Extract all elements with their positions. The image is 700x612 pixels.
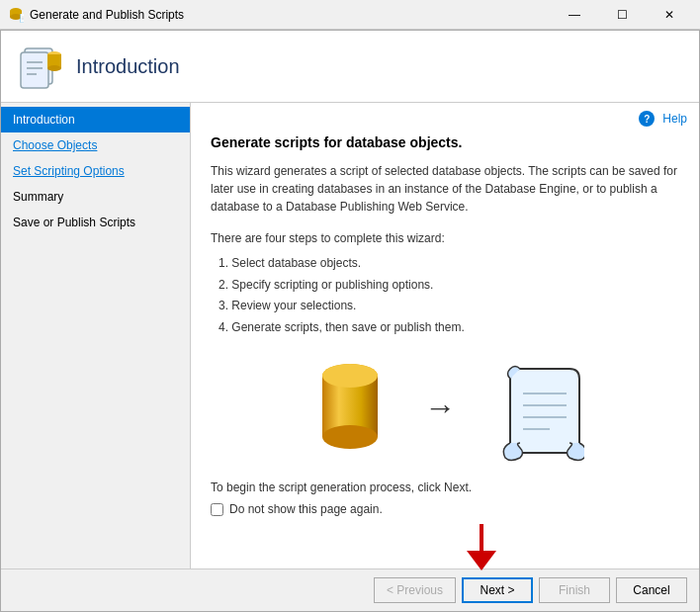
svg-marker-21 [467,551,496,570]
step-1: 1. Select database objects. [211,253,679,275]
sidebar-item-save-or-publish: Save or Publish Scripts [1,210,190,235]
steps-title: There are four steps to complete this wi… [211,231,679,245]
help-icon: ? [639,111,655,127]
step-3: 3. Review your selections. [211,296,679,317]
step-2: 2. Specify scripting or publishing optio… [211,275,679,297]
dialog: Introduction Introduction Choose Objects… [0,30,700,612]
close-button[interactable]: ✕ [647,0,692,30]
maximize-button[interactable]: ☐ [599,0,645,30]
finish-button[interactable]: Finish [539,577,610,603]
dialog-body: Introduction Choose Objects Set Scriptin… [1,103,699,568]
content-main-title: Generate scripts for database objects. [211,134,679,150]
dont-show-label[interactable]: Do not show this page again. [229,502,383,516]
previous-button[interactable]: < Previous [374,577,456,603]
window-controls: — ☐ ✕ [552,0,692,30]
cancel-button[interactable]: Cancel [616,577,687,603]
checkbox-row: Do not show this page again. [211,502,679,516]
steps-list: 1. Select database objects. 2. Specify s… [211,253,679,338]
svg-point-14 [322,425,378,449]
arrow-icon: → [424,390,456,426]
sidebar-item-summary: Summary [1,184,190,210]
sidebar-item-introduction[interactable]: Introduction [1,107,190,132]
next-button[interactable]: Next > [462,577,533,603]
svg-rect-5 [21,52,48,88]
content-description: This wizard generates a script of select… [211,162,679,216]
illustration: → [211,358,679,457]
dialog-header: Introduction [1,31,699,103]
database-icon [315,358,385,457]
sidebar-item-choose-objects[interactable]: Choose Objects [1,132,190,158]
content-area: ? Help Generate scripts for database obj… [191,103,699,568]
minimize-button[interactable]: — [552,0,597,30]
svg-point-15 [322,364,378,388]
sidebar: Introduction Choose Objects Set Scriptin… [1,103,191,568]
red-arrow-indicator [457,519,506,573]
scroll-icon [495,364,574,451]
step-4: 4. Generate scripts, then save or publis… [211,317,679,339]
header-icon [17,43,64,90]
sidebar-item-set-scripting-options[interactable]: Set Scripting Options [1,158,190,184]
title-bar: 📄 Generate and Publish Scripts — ☐ ✕ [0,0,700,30]
dont-show-checkbox[interactable] [211,503,223,516]
note-text: To begin the script generation process, … [211,481,679,494]
svg-text:📄: 📄 [19,13,24,23]
app-icon: 📄 [8,7,24,23]
dialog-footer: < Previous Next > Finish Cancel [1,568,699,611]
page-title: Introduction [76,55,180,78]
window-title: Generate and Publish Scripts [30,8,552,22]
help-link[interactable]: ? Help [639,111,687,127]
svg-point-11 [47,65,61,71]
